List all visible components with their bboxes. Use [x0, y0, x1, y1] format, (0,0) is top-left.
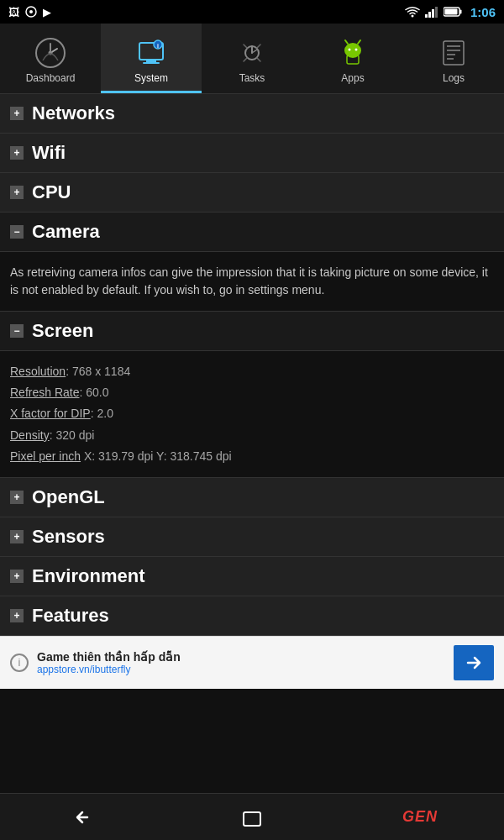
- battery-icon: [444, 7, 462, 17]
- screen-info-block: Resolution: 768 x 1184 Refresh Rate: 60.…: [0, 351, 504, 478]
- dashboard-icon: [34, 37, 66, 69]
- features-title: Features: [32, 605, 109, 627]
- svg-rect-3: [425, 14, 428, 18]
- signal-icon: [425, 6, 438, 18]
- resolution-label: Resolution: [10, 365, 66, 378]
- opengl-title: OpenGL: [32, 486, 105, 508]
- svg-line-22: [358, 40, 360, 44]
- pixel-per-inch-value: X: 319.79 dpi Y: 318.745 dpi: [84, 449, 232, 463]
- tasks-icon: [236, 37, 268, 69]
- svg-rect-8: [459, 10, 461, 14]
- tab-logs-label: Logs: [443, 72, 465, 84]
- wifi-title: Wifi: [32, 142, 66, 164]
- sensors-title: Sensors: [32, 526, 105, 548]
- pixel-per-inch-label: Pixel per inch: [10, 449, 81, 463]
- camera-notice: As retreiving camera infos can give the …: [0, 252, 504, 312]
- density-label: Density: [10, 428, 50, 442]
- svg-rect-9: [444, 9, 457, 15]
- home-button[interactable]: [218, 799, 286, 836]
- status-bar: 🖼 ▶ 1:06: [0, 0, 504, 24]
- svg-line-21: [345, 40, 348, 44]
- svg-rect-13: [146, 60, 156, 62]
- xfactor-value: 2.0: [97, 407, 113, 420]
- tab-logs[interactable]: Logs: [403, 24, 504, 93]
- networks-title: Networks: [32, 102, 115, 124]
- logs-icon: [438, 37, 470, 69]
- wifi-toggle: +: [10, 146, 24, 160]
- svg-rect-29: [244, 812, 260, 826]
- resolution-value: 768 x 1184: [72, 365, 130, 378]
- svg-point-1: [29, 10, 33, 13]
- tab-tasks[interactable]: Tasks: [202, 24, 302, 93]
- svg-point-19: [349, 49, 351, 51]
- tab-system[interactable]: i System: [101, 24, 202, 93]
- features-toggle: +: [10, 609, 24, 622]
- back-button[interactable]: [50, 799, 118, 836]
- sensors-toggle: +: [10, 530, 24, 543]
- environment-toggle: +: [10, 570, 24, 583]
- pixel-per-inch-row: Pixel per inch X: 319.79 dpi Y: 318.745 …: [10, 446, 494, 467]
- opengl-toggle: +: [10, 491, 24, 504]
- cpu-title: CPU: [32, 181, 71, 203]
- video-icon: [24, 6, 38, 18]
- svg-rect-24: [444, 41, 464, 65]
- tab-dashboard-label: Dashboard: [26, 72, 76, 84]
- apps-icon: [337, 37, 369, 69]
- ad-title: Game thiên thần hấp dẫn: [37, 650, 445, 664]
- tab-tasks-label: Tasks: [239, 72, 265, 84]
- svg-rect-4: [428, 12, 431, 18]
- refresh-rate-value: 60.0: [86, 386, 108, 399]
- tab-dashboard[interactable]: Dashboard: [0, 24, 101, 93]
- ad-info-icon: i: [10, 654, 29, 672]
- section-opengl[interactable]: + OpenGL: [0, 478, 504, 517]
- svg-rect-14: [143, 62, 160, 64]
- ad-banner[interactable]: i Game thiên thần hấp dẫn appstore.vn/ib…: [0, 636, 504, 689]
- svg-rect-5: [432, 9, 434, 18]
- wifi-icon: [405, 6, 420, 18]
- section-screen[interactable]: − Screen: [0, 312, 504, 351]
- section-networks[interactable]: + Networks: [0, 94, 504, 134]
- section-features[interactable]: + Features: [0, 596, 504, 636]
- camera-title: Camera: [32, 221, 100, 243]
- tab-apps[interactable]: Apps: [302, 24, 403, 93]
- section-cpu[interactable]: + CPU: [0, 173, 504, 213]
- tab-system-label: System: [134, 72, 168, 84]
- system-icon: i: [135, 37, 167, 69]
- svg-point-2: [411, 15, 413, 18]
- content-area: + Networks + Wifi + CPU − Camera As retr…: [0, 94, 504, 793]
- environment-title: Environment: [32, 565, 144, 587]
- refresh-rate-row: Refresh Rate: 60.0: [10, 382, 494, 403]
- play-icon: ▶: [43, 6, 51, 18]
- refresh-rate-label: Refresh Rate: [10, 386, 79, 399]
- resolution-row: Resolution: 768 x 1184: [10, 361, 494, 382]
- section-camera[interactable]: − Camera: [0, 213, 504, 252]
- svg-rect-6: [435, 7, 438, 18]
- section-environment[interactable]: + Environment: [0, 557, 504, 596]
- svg-text:i: i: [157, 43, 159, 49]
- status-time: 1:06: [470, 5, 496, 19]
- xfactor-label: X factor for DIP: [10, 407, 91, 420]
- screen-title: Screen: [32, 320, 93, 342]
- networks-toggle: +: [10, 107, 24, 120]
- ad-url[interactable]: appstore.vn/ibutterfly: [37, 664, 445, 675]
- screen-toggle: −: [10, 324, 24, 338]
- image-icon: 🖼: [8, 6, 19, 18]
- tab-bar: Dashboard i System Tasks: [0, 24, 504, 94]
- ad-arrow-button[interactable]: [454, 645, 494, 680]
- density-row: Density: 320 dpi: [10, 425, 494, 446]
- camera-notice-text: As retreiving camera infos can give the …: [10, 264, 494, 299]
- xfactor-row: X factor for DIP: 2.0: [10, 403, 494, 424]
- ad-text-block: Game thiên thần hấp dẫn appstore.vn/ibut…: [37, 650, 445, 675]
- section-sensors[interactable]: + Sensors: [0, 517, 504, 557]
- svg-point-20: [355, 49, 358, 51]
- gen-logo: GEN: [386, 799, 454, 836]
- bottom-nav: GEN: [0, 793, 504, 840]
- tab-apps-label: Apps: [341, 72, 364, 84]
- cpu-toggle: +: [10, 186, 24, 199]
- section-wifi[interactable]: + Wifi: [0, 134, 504, 173]
- camera-toggle: −: [10, 225, 24, 239]
- gen-logo-text: GEN: [402, 808, 438, 826]
- density-value: 320 dpi: [55, 428, 94, 442]
